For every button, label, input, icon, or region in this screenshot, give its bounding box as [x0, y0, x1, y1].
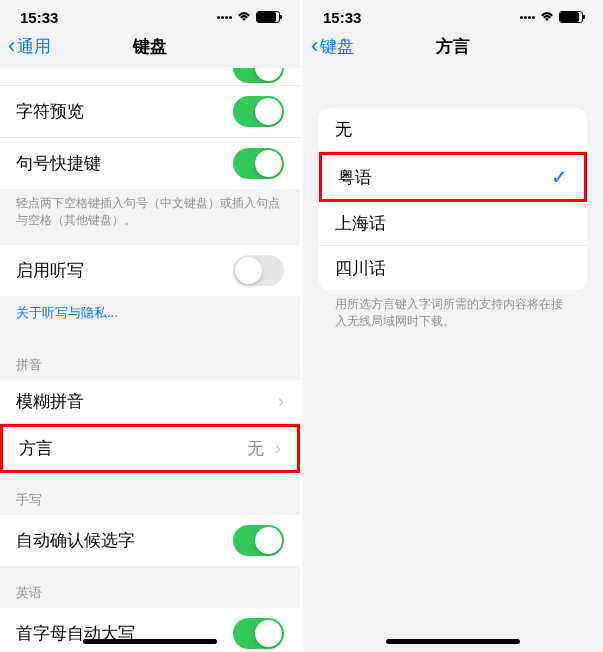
- status-icons: [217, 11, 280, 23]
- dialect-option-shanghainese[interactable]: 上海话: [319, 202, 587, 246]
- status-bar: 15:33: [303, 0, 603, 24]
- chevron-left-icon: ‹: [8, 33, 15, 59]
- auto-confirm-row[interactable]: 自动确认候选字: [0, 515, 300, 566]
- auto-cap-row[interactable]: 首字母自动大写: [0, 608, 300, 652]
- dialect-label: 方言: [19, 437, 247, 460]
- enable-dictation-label: 启用听写: [16, 259, 233, 282]
- auto-confirm-toggle[interactable]: [233, 525, 284, 556]
- back-button[interactable]: ‹ 键盘: [311, 33, 354, 59]
- option-label: 四川话: [335, 257, 571, 280]
- dialect-option-cantonese[interactable]: 粤语 ✓: [319, 152, 587, 202]
- nav-bar: ‹ 键盘 方言: [303, 24, 603, 68]
- char-preview-label: 字符预览: [16, 100, 233, 123]
- home-indicator[interactable]: [83, 639, 217, 644]
- auto-confirm-label: 自动确认候选字: [16, 529, 233, 552]
- back-label: 键盘: [320, 35, 354, 58]
- period-shortcut-toggle[interactable]: [233, 148, 284, 179]
- option-label: 无: [335, 118, 571, 141]
- checkmark-icon: ✓: [551, 165, 568, 189]
- status-time: 15:33: [323, 9, 361, 26]
- status-time: 15:33: [20, 9, 58, 26]
- dialect-option-sichuanese[interactable]: 四川话: [319, 246, 587, 290]
- toggle-partial[interactable]: [233, 68, 284, 83]
- period-shortcut-row[interactable]: 句号快捷键: [0, 138, 300, 189]
- home-indicator[interactable]: [386, 639, 520, 644]
- nav-bar: ‹ 通用 键盘: [0, 24, 300, 68]
- back-label: 通用: [17, 35, 51, 58]
- page-title: 键盘: [133, 35, 167, 58]
- dictation-privacy-link[interactable]: 关于听写与隐私...: [0, 296, 300, 338]
- status-icons: [520, 11, 583, 23]
- back-button[interactable]: ‹ 通用: [8, 33, 51, 59]
- dialect-option-none[interactable]: 无: [319, 108, 587, 152]
- pinyin-header: 拼音: [0, 338, 300, 380]
- page-title: 方言: [436, 35, 470, 58]
- battery-icon: [256, 11, 280, 23]
- status-bar: 15:33: [0, 0, 300, 24]
- handwriting-header: 手写: [0, 473, 300, 515]
- char-preview-row[interactable]: 字符预览: [0, 86, 300, 138]
- enable-dictation-row[interactable]: 启用听写: [0, 245, 300, 296]
- dialect-row[interactable]: 方言 无 ›: [0, 424, 300, 473]
- dialect-value: 无: [247, 439, 264, 458]
- wifi-icon: [539, 11, 555, 23]
- english-header: 英语: [0, 566, 300, 608]
- battery-icon: [559, 11, 583, 23]
- option-label: 上海话: [335, 212, 571, 235]
- enable-dictation-toggle[interactable]: [233, 255, 284, 286]
- fuzzy-pinyin-label: 模糊拼音: [16, 390, 278, 413]
- chevron-right-icon: ›: [275, 438, 281, 458]
- wifi-icon: [236, 11, 252, 23]
- dialect-footer: 用所选方言键入字词所需的支持内容将在接入无线局域网时下载。: [303, 290, 603, 346]
- fuzzy-pinyin-row[interactable]: 模糊拼音 ›: [0, 380, 300, 424]
- period-shortcut-label: 句号快捷键: [16, 152, 233, 175]
- chevron-left-icon: ‹: [311, 33, 318, 59]
- auto-cap-toggle[interactable]: [233, 618, 284, 649]
- chevron-right-icon: ›: [278, 391, 284, 412]
- option-label: 粤语: [338, 166, 551, 189]
- period-footer: 轻点两下空格键插入句号（中文键盘）或插入句点与空格（其他键盘）。: [0, 189, 300, 245]
- char-preview-toggle[interactable]: [233, 96, 284, 127]
